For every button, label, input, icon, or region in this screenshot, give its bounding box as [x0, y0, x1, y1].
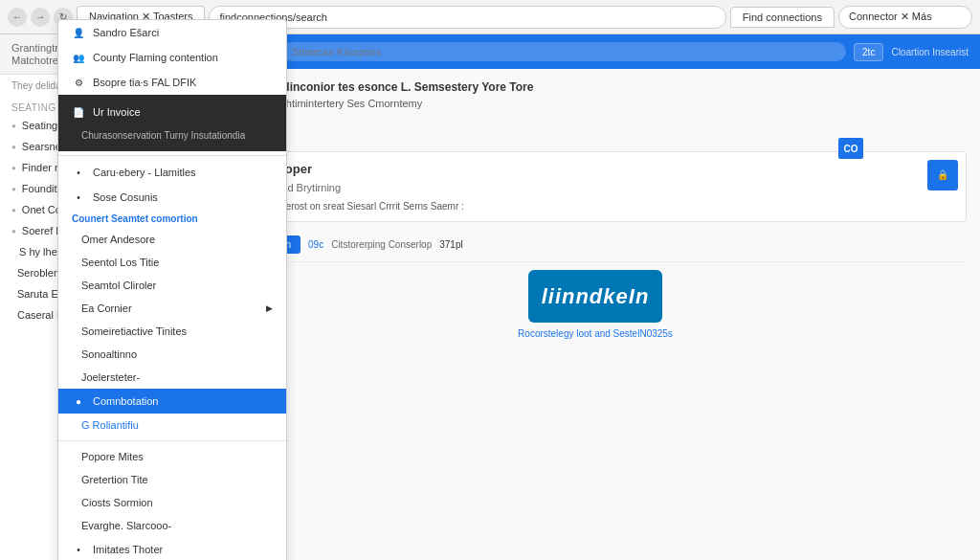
- menu-label-6: Sose Cosunis: [93, 191, 158, 203]
- bullet-icon: ●: [11, 227, 16, 235]
- menu-item-sub[interactable]: Churasonservation Turny Insutationdia: [58, 124, 286, 146]
- menu-item-1[interactable]: 👥 County Flaming contention: [58, 45, 286, 70]
- back-btn[interactable]: ←: [8, 8, 27, 27]
- menu-item-hlendra[interactable]: 👤 Sandro Ešarci: [58, 20, 286, 45]
- menu-item-6[interactable]: • Sose Cosunis: [58, 185, 286, 210]
- address-bar-2[interactable]: Connector ✕ Más: [838, 6, 972, 29]
- linkedin-logo: liinndkeIn: [528, 270, 662, 323]
- menu-label-g: G Roliantifiu: [81, 419, 139, 431]
- menu-label-seentol: Seentol Los Titie: [81, 257, 159, 268]
- dropdown-menu[interactable]: 👤 Sandro Ešarci 👥 County Flaming content…: [57, 19, 287, 560]
- menu-label-0: Sandro Ešarci: [93, 27, 159, 38]
- menu-item-g[interactable]: G Roliantifiu: [58, 414, 286, 437]
- sub-text: tiuclor Ounashtimintertery Ses Cmorntemy: [224, 96, 967, 112]
- co-badge: CO: [838, 138, 863, 159]
- menu-label-ea: Ea Cornier: [81, 302, 132, 314]
- menu-label-popore: Popore Mites: [81, 451, 144, 462]
- menu-item-greter[interactable]: Gretertion Tite: [58, 468, 286, 491]
- menu-item-sono[interactable]: Sonoaltinno: [58, 343, 286, 366]
- menu-label-comn: Comnbotation: [93, 395, 159, 407]
- detail-text: itea Irebesory.: [224, 115, 967, 129]
- forward-btn[interactable]: →: [31, 8, 50, 27]
- menu-item-omer[interactable]: Omer Andesore: [58, 228, 286, 251]
- menu-item-ea[interactable]: Ea Cornier: [58, 297, 286, 320]
- contact-name: Iaoper: [275, 160, 920, 179]
- menu-item-some[interactable]: Someiretiactive Tinites: [58, 320, 286, 343]
- menu-label-some: Someiretiactive Tinites: [81, 325, 187, 337]
- menu-item-invoice[interactable]: 📄 Ur Invoice: [58, 100, 286, 124]
- menu-item-comn[interactable]: ● Comnbotation: [58, 389, 286, 414]
- menu-item-seamtol[interactable]: Seamtol Cliroler: [58, 274, 286, 297]
- menu-label-seamtol: Seamtol Cliroler: [81, 280, 156, 291]
- group-icon: 👥: [72, 51, 85, 64]
- menu-label-2: Bsopre tia·s FAL DFIK: [93, 77, 196, 88]
- menu-label-greter: Gretertion Tite: [81, 474, 148, 485]
- contact-title: Rsd Brytirning: [275, 180, 920, 196]
- divider-1: [58, 155, 286, 156]
- app-topbar: Connector 2tc Cloartion Insearist: [211, 34, 980, 69]
- menu-item-popore[interactable]: Popore Mites: [58, 445, 286, 468]
- tab-2[interactable]: Find connections: [730, 7, 835, 28]
- content-area: Connector 2tc Cloartion Insearist Arckon…: [211, 34, 980, 560]
- bullet-icon: ●: [11, 143, 16, 151]
- dark-section: 📄 Ur Invoice Churasonservation Turny Ins…: [58, 95, 286, 151]
- menu-item-evargh[interactable]: Evarghe. Slarcooo-: [58, 514, 286, 537]
- menu-label-sono: Sonoaltinno: [81, 348, 137, 360]
- dot-icon: ●: [72, 394, 85, 408]
- menu-item-seentol[interactable]: Seentol Los Titie: [58, 251, 286, 274]
- settings-icon: ⚙: [72, 76, 85, 89]
- bullet-icon-6: •: [72, 190, 85, 204]
- divider-2: [58, 440, 286, 441]
- menu-item-imitates[interactable]: • Imitates Thoter: [58, 537, 286, 560]
- menu-label-1: County Flaming contention: [93, 52, 218, 63]
- menu-label-ciosts: Ciosts Sormion: [81, 497, 153, 508]
- topbar-search[interactable]: [282, 42, 846, 61]
- action-value: 09c: [308, 237, 323, 252]
- menu-item-ciosts[interactable]: Ciosts Sormion: [58, 491, 286, 514]
- menu-label-5: Caru·ebery - Llamitles: [93, 167, 196, 178]
- menu-label-3: Ur Invoice: [93, 106, 141, 118]
- topbar-filter: Cloartion Insearist: [891, 47, 969, 57]
- menu-label-omer: Omer Andesore: [81, 234, 155, 245]
- menu-label-im: Imitates Thoter: [93, 544, 163, 555]
- bullet-icon: ●: [11, 206, 16, 214]
- bullet-icon: ●: [11, 122, 16, 130]
- section-header-blue[interactable]: Counert Seamtet comortion: [58, 210, 286, 228]
- menu-label-evargh: Evarghe. Slarcooo-: [81, 520, 171, 531]
- main-content-block: Arckonoes linconior tes esonce L. Semses…: [211, 69, 980, 350]
- menu-item-5[interactable]: • Caru·ebery - Llamitles: [58, 160, 286, 185]
- contact-icon: 🔒: [927, 160, 958, 190]
- main-text: Arckonoes linconior tes esonce L. Semses…: [224, 78, 967, 96]
- bullet-icon: ●: [11, 164, 16, 172]
- bullet-icon-5: •: [72, 166, 85, 179]
- connect-value: 371pl: [439, 237, 462, 252]
- bullet-icon-im: •: [72, 543, 85, 556]
- contact-summary: Atlerost on sreat Siesarl Crrrit Serns S…: [275, 199, 920, 213]
- person-icon: 👤: [72, 26, 85, 39]
- menu-item-2[interactable]: ⚙ Bsopre tia·s FAL DFIK: [58, 70, 286, 95]
- bullet-icon: ●: [11, 185, 16, 193]
- topbar-btn[interactable]: 2tc: [854, 43, 883, 61]
- menu-item-joel[interactable]: Joelersteter-: [58, 366, 286, 389]
- invoice-icon: 📄: [72, 105, 85, 119]
- menu-label-4: Churasonservation Turny Insutationdia: [81, 130, 245, 141]
- linkedin-link[interactable]: Rocorstelegy loot and SestelN0325s: [224, 326, 967, 341]
- connect-label: Citstorerping Conserlop: [331, 237, 432, 252]
- menu-label-joel: Joelersteter-: [81, 371, 140, 383]
